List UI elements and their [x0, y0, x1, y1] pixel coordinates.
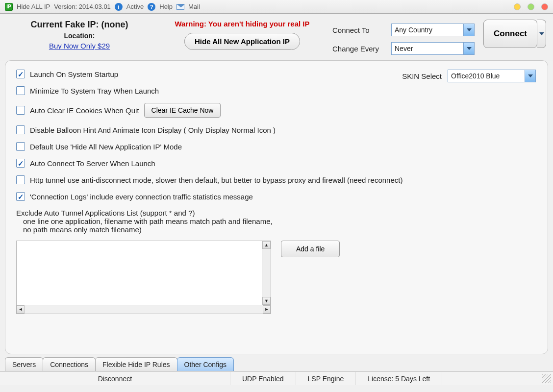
label-minimize-tray: Minimize To System Tray When Launch: [30, 87, 159, 95]
change-every-combo[interactable]: Never: [391, 42, 475, 55]
titlebar: IP Hide ALL IP Version: 2014.03.01 i Act…: [0, 0, 553, 14]
skin-select-row: SKIN Select Office2010 Blue: [402, 70, 536, 82]
connect-to-value: Any Country: [392, 26, 463, 34]
chevron-down-icon[interactable]: [525, 70, 535, 82]
mail-icon[interactable]: [176, 4, 184, 10]
tab-connections[interactable]: Connections: [43, 357, 96, 371]
header: Current Fake IP: (none) Location: Buy No…: [0, 14, 553, 60]
change-every-label: Change Every: [332, 45, 386, 53]
app-name: Hide ALL IP: [17, 3, 50, 10]
header-mid: Warning: You aren't hiding your real IP …: [159, 20, 326, 50]
exclude-list-textarea[interactable]: ▲ ▼ ◄ ►: [16, 241, 271, 314]
label-launch-startup: Launch On System Startup: [30, 70, 118, 78]
status-disconnect: Disconnect: [0, 372, 230, 385]
help-icon[interactable]: ?: [148, 3, 155, 11]
tab-flexible-rules[interactable]: Flexible Hide IP Rules: [95, 357, 177, 371]
exclude-line1: one line one application, filename with …: [23, 217, 537, 225]
statusbar: Disconnect UDP Enabled LSP Engine Licens…: [0, 371, 553, 385]
connect-button-group: Connect: [483, 20, 546, 48]
checkbox-minimize-tray[interactable]: [16, 86, 25, 95]
vertical-scrollbar[interactable]: ▲ ▼: [262, 241, 271, 305]
checkbox-connection-logs[interactable]: [16, 192, 25, 201]
label-disable-balloon: Disable Balloon Hint And Animate Icon Di…: [30, 126, 276, 134]
scroll-down-icon[interactable]: ▼: [262, 297, 271, 305]
label-http-tunnel: Http tunnel use anti-disconnect mode, sl…: [30, 176, 402, 184]
maximize-button[interactable]: [528, 3, 534, 10]
label-connection-logs: 'Connection Logs' include every connecti…: [30, 193, 253, 201]
scroll-right-icon[interactable]: ►: [263, 305, 271, 314]
warning-text: Warning: You aren't hiding your real IP: [175, 20, 310, 28]
bottom-tabs: Servers Connections Flexible Hide IP Rul…: [0, 357, 553, 371]
label-auto-connect: Auto Connect To Server When Launch: [30, 159, 155, 168]
tab-servers[interactable]: Servers: [5, 357, 43, 371]
chevron-down-icon[interactable]: [463, 24, 474, 36]
checkbox-http-tunnel[interactable]: [16, 175, 25, 184]
tab-other-configs[interactable]: Other Configs: [177, 357, 234, 371]
status-lsp: LSP Engine: [296, 372, 356, 385]
app-shield-icon: IP: [5, 3, 13, 11]
minimize-button[interactable]: [514, 3, 521, 10]
exclude-line2: no path means only match filename): [23, 225, 537, 234]
clear-ie-cache-button[interactable]: Clear IE Cache Now: [144, 103, 221, 118]
help-label[interactable]: Help: [159, 3, 173, 10]
resize-grip-icon[interactable]: [542, 374, 551, 383]
label-clear-cookies: Auto Clear IE Cookies When Quit: [30, 106, 139, 115]
skin-select-combo[interactable]: Office2010 Blue: [448, 70, 536, 82]
exclude-title: Exclude Auto Tunnel Applications List (s…: [16, 209, 537, 217]
add-file-button[interactable]: Add a file: [281, 241, 340, 257]
app-version: Version: 2014.03.01: [54, 3, 111, 10]
checkbox-auto-connect[interactable]: [16, 159, 25, 168]
ip-block: Current Fake IP: (none) Location: Buy No…: [7, 20, 152, 50]
connect-to-combo[interactable]: Any Country: [391, 24, 475, 36]
checkbox-clear-cookies[interactable]: [16, 106, 25, 115]
status-license: License: 5 Days Left: [356, 372, 442, 385]
scroll-up-icon[interactable]: ▲: [262, 241, 271, 249]
connect-button[interactable]: Connect: [483, 20, 537, 48]
settings-panel: SKIN Select Office2010 Blue Launch On Sy…: [5, 60, 548, 354]
location-label: Location:: [7, 32, 152, 40]
chevron-down-icon[interactable]: [463, 43, 474, 54]
skin-select-value: Office2010 Blue: [448, 72, 525, 80]
buy-now-link[interactable]: Buy Now Only $29: [49, 42, 110, 50]
status-udp: UDP Enabled: [230, 372, 296, 385]
connect-to-label: Connect To: [332, 26, 386, 34]
scroll-left-icon[interactable]: ◄: [17, 305, 25, 314]
mail-label[interactable]: Mail: [188, 3, 200, 10]
skin-select-label: SKIN Select: [402, 72, 442, 80]
change-every-value: Never: [392, 45, 463, 52]
connection-options: Connect To Any Country Change Every Neve…: [332, 20, 475, 55]
checkbox-disable-balloon[interactable]: [16, 125, 25, 134]
current-fake-ip: Current Fake IP: (none): [7, 20, 152, 30]
checkbox-default-hide[interactable]: [16, 142, 25, 151]
horizontal-scrollbar[interactable]: ◄ ►: [17, 305, 271, 314]
connect-dropdown[interactable]: [537, 20, 546, 48]
label-default-hide: Default Use 'Hide All New Application IP…: [30, 143, 182, 151]
info-icon[interactable]: i: [115, 3, 123, 11]
hide-all-ip-button[interactable]: Hide All New Application IP: [184, 33, 300, 50]
exclude-block: Exclude Auto Tunnel Applications List (s…: [16, 209, 537, 314]
close-button[interactable]: [541, 3, 548, 10]
checkbox-launch-startup[interactable]: [16, 70, 25, 78]
status-label: Active: [126, 3, 144, 10]
